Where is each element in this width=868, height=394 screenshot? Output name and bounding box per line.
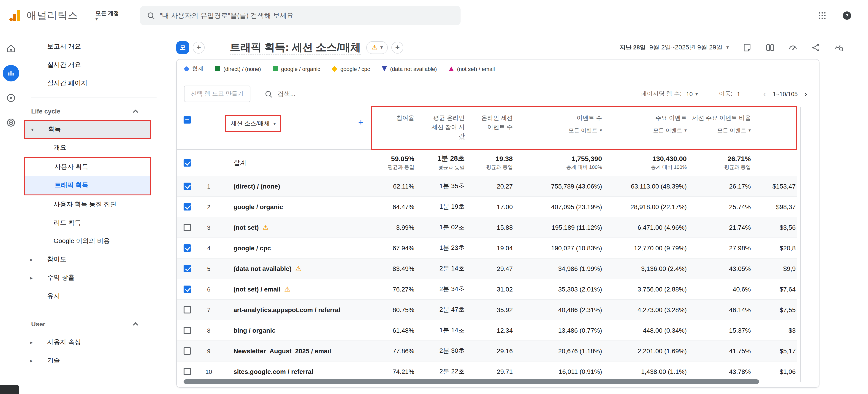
row-dimension: (direct) / (none) xyxy=(218,176,371,196)
sidebar-item-acquisition[interactable]: ▾ 획득 xyxy=(24,120,151,139)
row-checkbox[interactable] xyxy=(184,306,191,314)
row-dimension: (data not available) ⚠ xyxy=(218,259,371,279)
cell-avg-engagement-time: 2분 34초 xyxy=(417,285,467,293)
svg-text:?: ? xyxy=(845,12,848,18)
rows-per-page-select[interactable]: 10 ▾ xyxy=(686,90,698,97)
table-search-input[interactable] xyxy=(277,90,342,97)
share-icon xyxy=(811,42,821,53)
plot-selected-rows-button[interactable]: 선택 행 도표 만들기 xyxy=(184,86,250,102)
cell-events-per-session: 20.27 xyxy=(467,183,516,190)
column-header-event-count[interactable]: 이벤트 수 모든 이벤트 ▾ xyxy=(516,112,605,134)
share-button[interactable] xyxy=(809,41,822,54)
column-header-engagement-rate[interactable]: 참여율 xyxy=(371,112,417,123)
benchmark-button[interactable] xyxy=(786,41,799,54)
chevron-down-icon: ▾ xyxy=(380,44,383,50)
sidebar-section-user[interactable]: User xyxy=(22,315,166,333)
row-checkbox[interactable] xyxy=(184,286,191,293)
cell-revenue-clipped: $98,37 xyxy=(753,203,797,210)
row-checkbox[interactable] xyxy=(184,265,191,272)
sidebar-item-user-acquisition[interactable]: 사용자 획득 xyxy=(25,158,150,176)
sidebar-item-acquisition-cohorts[interactable]: 사용자 획득 동질 집단 xyxy=(22,195,166,214)
row-number: 8 xyxy=(199,327,218,334)
help-button[interactable]: ? xyxy=(840,9,854,22)
column-header-events-per-session[interactable]: 온라인 세션 이벤트 수 xyxy=(467,112,516,131)
cell-events-per-session: 17.00 xyxy=(467,203,516,210)
compare-reports-button[interactable] xyxy=(764,41,776,54)
table-search[interactable] xyxy=(264,90,342,98)
sidebar-item-traffic-acquisition[interactable]: 트래픽 획득 xyxy=(25,176,150,195)
cell-key-events: 12,770.00 (9.79%) xyxy=(605,244,689,252)
home-nav-button[interactable] xyxy=(3,40,19,57)
event-filter-dropdown[interactable]: 모든 이벤트 ▾ xyxy=(717,126,751,134)
table-scroll-divider xyxy=(800,107,801,382)
sidebar-item-user-attributes[interactable]: ▸ 사용자 속성 xyxy=(22,333,166,352)
goto-page-input[interactable]: 1 xyxy=(737,90,740,97)
sidebar-item-retention[interactable]: 유지 xyxy=(22,287,166,305)
cell-event-count: 20,676 (1.18%) xyxy=(516,347,605,355)
sidebar-item-realtime-overview[interactable]: 실시간 개요 xyxy=(22,56,166,74)
horizontal-scrollbar-thumb[interactable] xyxy=(184,380,759,384)
chevron-down-icon: ▾ xyxy=(695,91,698,96)
totals-row-checkbox[interactable] xyxy=(184,159,191,166)
add-comparison-button[interactable]: + xyxy=(193,41,205,53)
prev-page-button[interactable]: ‹ xyxy=(761,89,768,98)
cell-event-count: 13,486 (0.77%) xyxy=(516,327,605,334)
account-switcher[interactable]: 모든 계정 ▾ xyxy=(95,10,119,21)
chevron-down-icon: ▾ xyxy=(95,18,98,21)
column-header-revenue-clipped[interactable] xyxy=(753,112,797,113)
divider xyxy=(31,310,157,310)
row-dimension: bing / organic xyxy=(218,320,371,340)
add-report-button[interactable]: + xyxy=(392,41,403,53)
notes-button[interactable] xyxy=(741,41,753,54)
event-filter-dropdown[interactable]: 모든 이벤트 ▾ xyxy=(568,126,602,134)
cell-event-count: 16,011 (0.91%) xyxy=(516,368,605,375)
sidebar-section-lifecycle[interactable]: Life cycle xyxy=(22,102,166,120)
cell-events-per-session: 19.04 xyxy=(467,244,516,252)
insights-button[interactable] xyxy=(832,41,845,54)
advertising-nav-button[interactable] xyxy=(3,114,19,131)
sidebar-item-realtime-pages[interactable]: 실시간 페이지 xyxy=(22,74,166,92)
date-range-picker[interactable]: 지난 28일 9월 2일~2025년 9월 29일 ▾ xyxy=(620,43,729,52)
row-checkbox[interactable] xyxy=(184,347,191,355)
dimension-selector[interactable]: 세션 소스/매체 ▾ xyxy=(225,115,281,132)
sidebar-item-lead-acquisition[interactable]: 리드 획득 xyxy=(22,214,166,232)
report-nav-sidebar: 보고서 개요 실시간 개요 실시간 페이지 Life cycle ▾ 획득 개요… xyxy=(22,31,166,394)
sidebar-item-acquisition-overview[interactable]: 개요 xyxy=(22,139,166,157)
column-header-key-events[interactable]: 주요 이벤트 모든 이벤트 ▾ xyxy=(605,112,689,134)
data-quality-dropdown[interactable]: ⚠ ▾ xyxy=(366,41,388,54)
warning-icon: ⚠ xyxy=(371,43,377,52)
warning-icon: ⚠ xyxy=(284,285,290,293)
sidebar-item-engagement[interactable]: ▸ 참여도 xyxy=(22,250,166,269)
sidebar-item-reports-snapshot[interactable]: 보고서 개요 xyxy=(22,37,166,56)
table-controls: 선택 행 도표 만들기 페이지당 행 수: 10 ▾ xyxy=(177,76,819,106)
column-header-avg-engagement-time[interactable]: 평균 온라인 세션 참여 시간 xyxy=(417,112,467,140)
row-checkbox[interactable] xyxy=(184,183,191,190)
legend-label: google / organic xyxy=(281,66,320,72)
google-apps-button[interactable] xyxy=(816,9,829,22)
next-page-button[interactable]: › xyxy=(802,89,809,98)
warning-icon: ⚠ xyxy=(295,264,302,273)
row-checkbox[interactable] xyxy=(184,327,191,334)
select-all-checkbox[interactable] xyxy=(184,116,191,124)
row-checkbox[interactable] xyxy=(184,224,191,231)
reports-nav-button[interactable] xyxy=(3,65,19,81)
cell-revenue-clipped: $3 xyxy=(753,327,797,334)
table-row: 7 art-analytics.appspot.com / referral 8… xyxy=(177,300,797,320)
row-checkbox[interactable] xyxy=(184,244,191,252)
add-secondary-dimension-button[interactable]: + xyxy=(358,117,364,128)
event-filter-dropdown[interactable]: 모든 이벤트 ▾ xyxy=(653,126,687,134)
row-checkbox[interactable] xyxy=(184,368,191,375)
explore-nav-button[interactable] xyxy=(3,90,19,106)
row-checkbox[interactable] xyxy=(184,203,191,210)
column-header-session-key-event-rate[interactable]: 세션 주요 이벤트 비율 모든 이벤트 ▾ xyxy=(689,112,753,134)
global-search[interactable] xyxy=(140,6,461,25)
table-body: 1 (direct) / (none) 62.11% 1분 35초 20.27 … xyxy=(177,176,819,382)
sidebar-item-tech[interactable]: ▸ 기술 xyxy=(22,352,166,370)
global-search-input[interactable] xyxy=(160,11,454,19)
cell-revenue-clipped: $153,47 xyxy=(753,183,797,190)
page-title: 트래픽 획득: 세션 소스/매체 xyxy=(230,40,361,55)
sidebar-item-monetization[interactable]: ▸ 수익 창출 xyxy=(22,269,166,287)
report-card: 합계 (direct) / (none) google / organic go… xyxy=(176,59,819,388)
cell-avg-engagement-time: 2분 30초 xyxy=(417,347,467,355)
sidebar-item-non-google-cost[interactable]: Google 이외의 비용 xyxy=(22,232,166,250)
